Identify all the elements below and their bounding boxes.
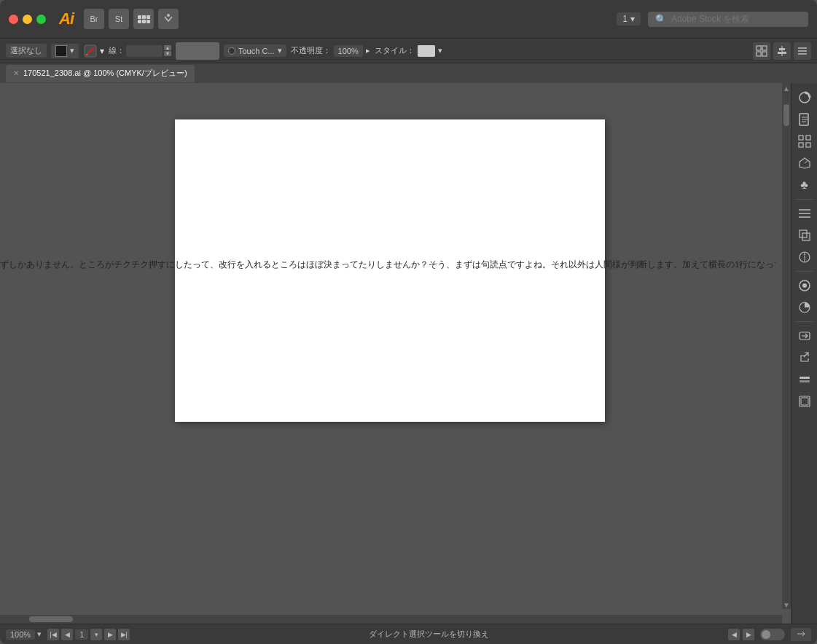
play-back-button[interactable]: ◀ (728, 629, 740, 640)
stock-button[interactable]: St (109, 9, 129, 29)
horizontal-scrollbar[interactable] (0, 615, 782, 624)
links-panel-icon[interactable] (794, 326, 815, 346)
touch-label: Touch C... (238, 47, 275, 55)
layers-panel-icon[interactable] (794, 369, 815, 390)
svg-rect-7 (762, 52, 767, 56)
color-themes-panel-icon[interactable] (794, 297, 815, 318)
svg-rect-5 (762, 46, 767, 50)
vertical-scrollbar[interactable]: ▲ ▼ (782, 83, 791, 609)
fill-color (55, 45, 67, 57)
svg-rect-9 (779, 48, 785, 50)
h-scroll-thumb[interactable] (29, 616, 73, 622)
stroke-spinner[interactable]: ▲ ▼ (164, 45, 171, 56)
maximize-button[interactable] (36, 15, 46, 24)
grid-panel-icon[interactable] (794, 131, 815, 152)
stroke-weight-control[interactable]: ▲ ▼ (126, 45, 171, 57)
canvas-area[interactable]: ずしかありません。ところがチクチク押すにしたって、改行を入れるところはほぼ決まっ… (0, 83, 791, 624)
artboards-panel-icon[interactable] (794, 391, 815, 412)
touch-chevron: ▾ (278, 46, 282, 55)
search-bar[interactable]: 🔍 (648, 12, 808, 27)
svg-rect-22 (806, 143, 810, 147)
scroll-down-button[interactable]: ▼ (783, 601, 790, 609)
search-icon: 🔍 (655, 14, 667, 25)
align-svg (776, 45, 788, 57)
export-panel-icon[interactable] (794, 347, 815, 368)
stroke-chevron: ▾ (100, 46, 104, 56)
title-bar: Ai Br St 1 ▾ 🔍 (0, 0, 817, 38)
spin-down[interactable]: ▼ (164, 51, 171, 56)
panel-toggle-icon[interactable] (794, 42, 811, 60)
svg-rect-4 (757, 46, 761, 50)
opacity-value: 100% (334, 45, 363, 57)
bottom-bar: 100% ▾ |◀ ◀ 1 ▾ ▶ ▶| ダイレクト選択ツールを切り換え ◀ ▶ (0, 624, 817, 644)
v-scroll-thumb[interactable] (783, 104, 789, 126)
svg-rect-20 (806, 136, 810, 140)
minimize-button[interactable] (23, 15, 32, 24)
close-button[interactable] (9, 15, 18, 24)
line-weight: 線： ▲ ▼ (109, 45, 171, 57)
fill-swatch[interactable]: ▾ (51, 44, 79, 58)
svg-rect-10 (778, 52, 786, 54)
page-panel-icon[interactable] (794, 109, 815, 130)
stroke-weight-input[interactable] (126, 45, 163, 57)
document-tab[interactable]: ✕ 170521_2308.ai @ 100% (CMYK/プレビュー) (6, 65, 195, 82)
zoom-control[interactable]: 100% ▾ (6, 629, 42, 640)
style-section: スタイル： ▾ (375, 45, 442, 57)
next-page-button[interactable]: ▶ (104, 629, 116, 640)
puppet-panel-icon[interactable]: ♣ (794, 175, 815, 195)
control-right (753, 42, 811, 60)
tool-hint: ダイレクト選択ツールを切り換え (136, 629, 722, 640)
tab-label: 170521_2308.ai @ 100% (CMYK/プレビュー) (23, 68, 187, 79)
pathfinder-panel-icon[interactable] (794, 225, 815, 246)
status-button[interactable] (791, 628, 811, 641)
align-distribute-icon[interactable] (773, 42, 791, 60)
panel-divider-3 (797, 321, 813, 322)
transform-panel-icon[interactable] (794, 153, 815, 173)
last-page-button[interactable]: ▶| (118, 629, 130, 640)
svg-rect-41 (801, 398, 808, 405)
touch-dot-icon (228, 47, 235, 55)
title-icons: Br St (84, 9, 179, 29)
align-panel-icon[interactable] (794, 203, 815, 224)
svg-rect-6 (757, 52, 761, 56)
search-input[interactable] (671, 14, 801, 24)
prev-page-button[interactable]: ◀ (61, 629, 73, 640)
selection-none: 選択なし (6, 44, 47, 58)
page-control[interactable]: 1 ▾ (617, 12, 641, 25)
scroll-up-button[interactable]: ▲ (783, 85, 790, 93)
style-swatch[interactable] (418, 45, 435, 57)
bridge-button[interactable]: Br (84, 9, 104, 29)
shape-builder-panel-icon[interactable] (794, 247, 815, 267)
cc-libraries-panel-icon[interactable] (794, 275, 815, 296)
opacity-chevron: ▸ (366, 46, 370, 55)
panel-divider-2 (797, 271, 813, 272)
svg-line-37 (804, 353, 808, 357)
svg-rect-21 (799, 143, 803, 147)
workspace-switcher[interactable] (133, 9, 154, 29)
page-num-chevron[interactable]: ▾ (90, 629, 102, 640)
control-bar: 選択なし ▾ ▾ 線： ▲ ▼ (0, 38, 817, 63)
tab-close-icon[interactable]: ✕ (13, 69, 19, 77)
fill-chevron: ▾ (70, 46, 74, 55)
bottom-right-buttons (791, 628, 811, 641)
touch-type-button[interactable]: Touch C... ▾ (224, 44, 286, 57)
first-page-button[interactable]: |◀ (47, 629, 59, 640)
panel-divider-1 (797, 199, 813, 200)
color-fill-preview[interactable] (176, 42, 219, 60)
color-swatch-panel-icon[interactable] (794, 87, 815, 108)
spin-up[interactable]: ▲ (164, 45, 171, 50)
svg-rect-39 (800, 380, 810, 382)
selection-label: 選択なし (10, 45, 42, 56)
keyboard-shortcut-button[interactable] (158, 9, 179, 29)
page-navigation: |◀ ◀ 1 ▾ ▶ ▶| (47, 629, 130, 640)
right-panel: ♣ (791, 83, 817, 624)
zoom-chevron[interactable]: ▾ (37, 629, 42, 639)
arrange-svg (756, 45, 767, 57)
play-forward-button[interactable]: ▶ (743, 629, 754, 640)
status-icon (797, 629, 805, 638)
play-controls: ◀ ▶ (728, 629, 754, 640)
view-toggle[interactable] (760, 629, 785, 640)
arrange-icon[interactable] (753, 42, 770, 60)
stroke-tool[interactable]: ▾ (83, 44, 104, 58)
svg-rect-38 (800, 377, 810, 379)
